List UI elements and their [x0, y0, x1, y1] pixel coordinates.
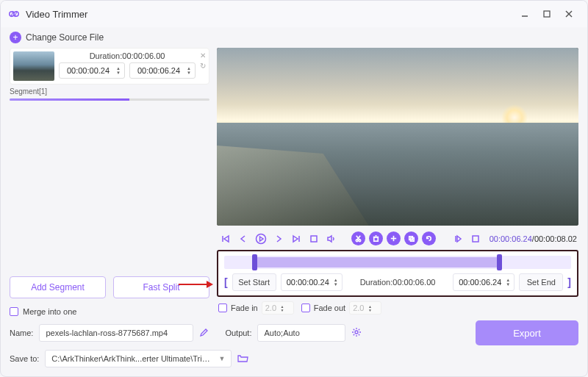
fade-out-control[interactable]: Fade out 2.0▲▼ [301, 301, 381, 315]
marker-start-icon[interactable] [451, 231, 465, 245]
name-input[interactable]: pexels-lachlan-ross-8775687.mp4 [39, 324, 193, 342]
trim-panel: [ Set Start 00:00:00.24 ▲▼ Duration:00:0… [217, 250, 578, 297]
output-select[interactable]: Auto;Auto [257, 324, 345, 342]
segment-close-icon[interactable]: ✕ [200, 51, 206, 60]
stepper-icon: ▲▼ [366, 304, 373, 312]
add-segment-button[interactable]: Add Segment [10, 276, 106, 298]
trim-handle-left[interactable] [252, 254, 257, 270]
plus-icon: + [10, 32, 21, 43]
playback-controls: 00:00:06.24/00:00:08.02 [217, 229, 578, 248]
play-icon[interactable] [254, 231, 268, 245]
cut-icon[interactable] [351, 231, 365, 245]
name-value: pexels-lachlan-ross-8775687.mp4 [46, 328, 187, 337]
trim-start-value: 00:00:00.24 [284, 278, 332, 287]
segment-start-input[interactable]: 00:00:00.24 ▲▼ [59, 62, 125, 79]
chevron-down-icon: ▼ [218, 355, 225, 362]
svg-rect-22 [473, 236, 478, 242]
save-path-value: C:\ArkThinker\ArkThink...erter Ultimate\… [51, 354, 214, 363]
minimize-button[interactable] [514, 3, 536, 25]
segment-duration: Duration:00:00:06.00 [59, 51, 196, 60]
segment-start-value: 00:00:00.24 [62, 66, 115, 75]
output-label: Output: [225, 328, 251, 337]
stepper-icon[interactable]: ▲▼ [115, 66, 122, 75]
svg-rect-9 [311, 236, 317, 242]
titlebar: Video Trimmer [1, 1, 587, 27]
trim-end-value: 00:00:06.24 [456, 278, 504, 287]
segment-panel: Duration:00:00:06.00 00:00:00.24 ▲▼ 00:0… [10, 48, 209, 85]
close-button[interactable] [558, 3, 580, 25]
add-icon[interactable] [387, 231, 401, 245]
fade-out-input[interactable]: 2.0▲▼ [349, 301, 381, 315]
segment-label: Segment[1] [10, 87, 209, 96]
svg-point-7 [256, 234, 265, 243]
delete-icon[interactable] [369, 231, 383, 245]
undo-icon[interactable] [422, 231, 436, 245]
prev-frame-icon[interactable] [236, 231, 250, 245]
fade-in-input[interactable]: 2.0▲▼ [262, 301, 294, 315]
next-frame-icon[interactable] [271, 231, 285, 245]
name-label: Name: [10, 328, 33, 337]
app-title: Video Trimmer [26, 9, 514, 20]
segment-thumbnail[interactable] [13, 51, 54, 81]
stop-icon[interactable] [306, 231, 320, 245]
change-source-label: Change Source File [26, 32, 104, 43]
export-button[interactable]: Export [476, 320, 578, 345]
checkbox-icon[interactable] [301, 304, 310, 312]
fast-split-button[interactable]: Fast Split [113, 276, 209, 298]
svg-rect-14 [374, 237, 379, 242]
bracket-left-icon: [ [224, 276, 228, 288]
fade-in-control[interactable]: Fade in 2.0▲▼ [218, 301, 294, 315]
svg-point-23 [355, 331, 358, 334]
segment-refresh-icon[interactable]: ↻ [200, 62, 206, 70]
stepper-icon[interactable]: ▲▼ [504, 278, 512, 287]
maximize-button[interactable] [536, 3, 558, 25]
fade-row: Fade in 2.0▲▼ Fade out 2.0▲▼ [217, 298, 578, 317]
save-to-label: Save to: [10, 354, 39, 363]
trim-handle-right[interactable] [497, 254, 502, 270]
checkbox-icon[interactable] [10, 307, 18, 316]
merge-row[interactable]: Merge into one [10, 304, 209, 317]
segment-end-input[interactable]: 00:00:06.24 ▲▼ [129, 62, 196, 79]
segment-progress [10, 98, 209, 101]
video-preview[interactable] [217, 48, 578, 226]
set-end-button[interactable]: Set End [519, 273, 563, 291]
trim-start-input[interactable]: 00:00:00.24 ▲▼ [281, 273, 343, 291]
checkbox-icon[interactable] [218, 304, 227, 312]
save-path-select[interactable]: C:\ArkThinker\ArkThink...erter Ultimate\… [45, 350, 232, 367]
stepper-icon[interactable]: ▲▼ [185, 66, 193, 75]
skip-start-icon[interactable] [218, 231, 232, 245]
edit-name-icon[interactable] [199, 328, 209, 339]
volume-icon[interactable] [324, 231, 338, 245]
output-value: Auto;Auto [264, 328, 339, 337]
stepper-icon: ▲▼ [279, 304, 286, 312]
fade-out-label: Fade out [314, 304, 345, 312]
svg-rect-3 [544, 11, 550, 17]
change-source-row[interactable]: + Change Source File [10, 32, 578, 43]
fade-in-label: Fade in [231, 304, 258, 312]
open-folder-icon[interactable] [237, 353, 248, 365]
bracket-right-icon: ] [567, 276, 571, 288]
trim-duration-label: Duration:00:00:06.00 [347, 278, 448, 287]
time-display: 00:00:06.24/00:00:08.02 [490, 234, 577, 243]
set-start-button[interactable]: Set Start [232, 273, 276, 291]
trim-end-input[interactable]: 00:00:06.24 ▲▼ [453, 273, 514, 291]
marker-end-icon[interactable] [468, 231, 482, 245]
stepper-icon[interactable]: ▲▼ [332, 278, 340, 287]
app-logo-icon [8, 8, 20, 20]
copy-icon[interactable] [404, 231, 418, 245]
merge-label: Merge into one [23, 307, 76, 316]
segment-end-value: 00:00:06.24 [132, 66, 185, 75]
settings-icon[interactable] [351, 327, 362, 339]
timeline-track[interactable] [224, 256, 571, 269]
skip-end-icon[interactable] [289, 231, 303, 245]
